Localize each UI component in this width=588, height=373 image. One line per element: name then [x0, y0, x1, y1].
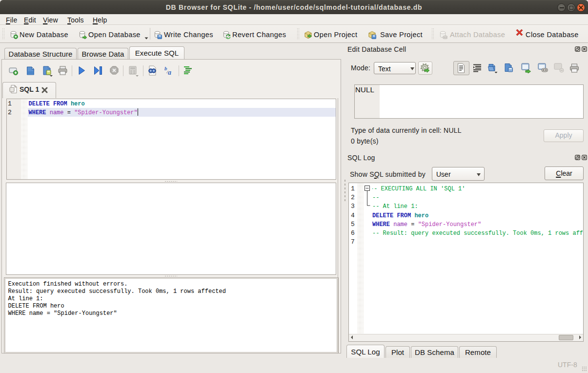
svg-text:b: b [164, 65, 167, 71]
svg-text:a: a [168, 69, 171, 76]
